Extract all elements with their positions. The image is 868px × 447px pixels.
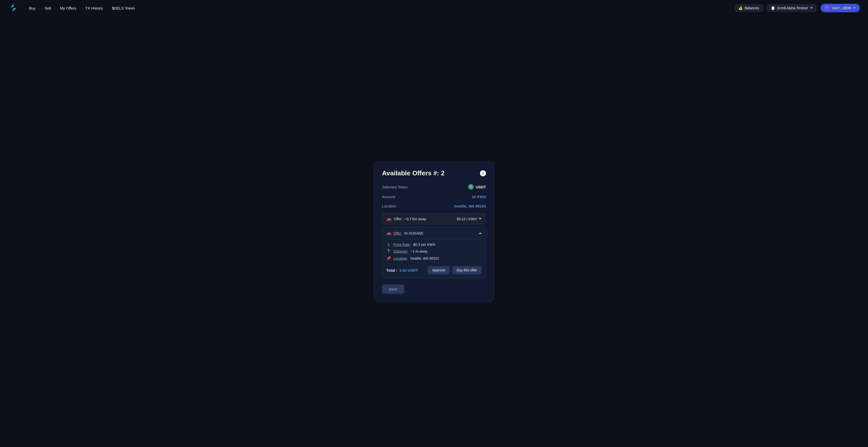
approve-button[interactable]: Approve (428, 266, 450, 274)
collapsed-offer-header[interactable]: 🚗 Offer : ~0.7 km away $0.24 / KWH (382, 213, 486, 224)
selected-token-row: Selected Token T USDT (382, 184, 486, 190)
selected-token-label: Selected Token (382, 185, 408, 189)
distance-label: Distance: (393, 249, 408, 253)
wallet-button[interactable]: 0xb7...0B99 (820, 4, 860, 12)
nav-tx-history[interactable]: TX History (85, 6, 103, 10)
collapsed-chevron-icon (479, 218, 482, 220)
expanded-offer-row: 🚗 Offer: ID-XIJKANE $ Price Rate: $0.3 p… (382, 227, 486, 278)
distance-row: 📍 Distance: ~1 m away (386, 249, 482, 253)
balances-button[interactable]: 💰 Balances (735, 4, 763, 12)
location-pin-icon: 📌 (386, 256, 391, 261)
amount-row: Amount 10 KWH (382, 195, 486, 199)
balances-label: Balances (745, 6, 759, 10)
location-label: Location (382, 204, 396, 208)
total-right: Approve Buy this offer (428, 266, 482, 274)
expanded-offer-label: Offer: (393, 231, 402, 235)
amount-value: 10 KWH (472, 195, 486, 199)
price-rate-label: Price Rate: (393, 243, 411, 247)
expanded-car-icon: 🚗 (386, 231, 391, 236)
expanded-location-label: Location: (393, 256, 408, 261)
nav-buy[interactable]: Buy (29, 6, 36, 10)
car-icon: 🚗 (386, 216, 391, 221)
offer-divider (386, 239, 482, 239)
distance-value: ~1 m away (410, 249, 428, 253)
total-left: Total : 3.00 USDT (386, 268, 418, 272)
expanded-location-row: 📌 Location: Seattle, WA 98101 (386, 256, 482, 261)
price-rate-value: $0.3 per KWH (413, 243, 435, 247)
nav-sell[interactable]: Sell (45, 6, 51, 10)
wallet-address: 0xb7...0B99 (832, 6, 851, 10)
collapsed-offer-right: $0.24 / KWH (457, 217, 482, 221)
distance-icon: 📍 (386, 249, 391, 253)
collapsed-offer-row[interactable]: 🚗 Offer : ~0.7 km away $0.24 / KWH (382, 213, 486, 225)
balances-icon: 💰 (738, 6, 743, 10)
total-row: Total : 3.00 USDT Approve Buy this offer (386, 265, 482, 274)
card-title: Available Offers #: 2 (382, 169, 444, 177)
total-amount: 3.00 USDT (399, 268, 418, 272)
network-icon: 📋 (771, 6, 775, 10)
token-name: USDT (476, 185, 486, 189)
collapsed-offer-price: $0.24 / KWH (457, 217, 477, 221)
amount-text: 10 KWH (472, 195, 486, 199)
expanded-location-value: Seattle, WA 98101 (410, 256, 439, 261)
collapsed-offer-distance: Offer : ~0.7 km away (394, 217, 426, 221)
back-button[interactable]: Back (382, 284, 404, 294)
offers-container: 🚗 Offer : ~0.7 km away $0.24 / KWH 🚗 Off… (382, 213, 486, 278)
total-label: Total : (386, 268, 397, 272)
location-value: Seattle, WA 98101 (454, 204, 486, 208)
expanded-chevron-icon[interactable] (479, 232, 482, 234)
back-row: Back (382, 284, 486, 294)
card-header: Available Offers #: 2 i (382, 169, 486, 177)
collapsed-offer-left: 🚗 Offer : ~0.7 km away (386, 216, 426, 221)
location-row: Location Seattle, WA 98101 (382, 204, 486, 208)
amount-label: Amount (382, 195, 395, 199)
expanded-offer-title: 🚗 Offer: ID-XIJKANE (386, 231, 424, 236)
wallet-chevron-icon (854, 7, 856, 9)
offers-card: Available Offers #: 2 i Selected Token T… (374, 161, 494, 302)
wallet-avatar (825, 5, 830, 11)
price-rate-row: $ Price Rate: $0.3 per KWH (386, 242, 482, 247)
info-icon[interactable]: i (480, 170, 486, 176)
expanded-offer-header: 🚗 Offer: ID-XIJKANE (386, 231, 482, 236)
app-logo (8, 2, 19, 13)
usdt-icon: T (468, 184, 474, 190)
network-label: Scroll Alpha Testnet (777, 6, 808, 10)
network-button[interactable]: 📋 Scroll Alpha Testnet (767, 4, 817, 12)
expanded-offer-id: ID-XIJKANE (404, 231, 424, 235)
nav-delx-token[interactable]: $DELX Token (112, 6, 135, 10)
location-text: Seattle, WA 98101 (454, 204, 486, 208)
network-chevron-icon (810, 7, 813, 9)
buy-offer-button[interactable]: Buy this offer (452, 266, 482, 274)
dollar-icon: $ (386, 242, 391, 247)
nav-my-offers[interactable]: My Offers (60, 6, 76, 10)
selected-token-value: T USDT (468, 184, 486, 190)
